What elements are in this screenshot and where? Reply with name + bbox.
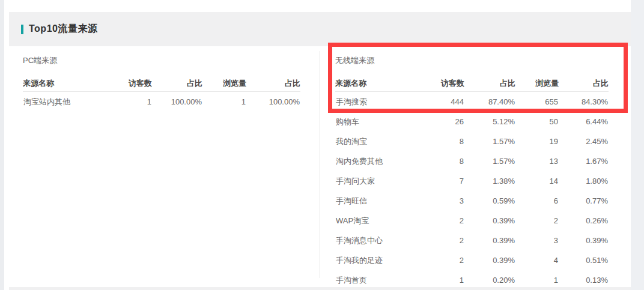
pc-panel-label: PC端来源 xyxy=(23,55,300,66)
column-header-views: 浏览量 xyxy=(202,66,246,92)
view-share: 1.80% xyxy=(559,171,609,191)
wireless-panel-label: 无线端来源 xyxy=(335,55,609,66)
visitor-share: 5.12% xyxy=(464,112,515,131)
source-name: 手淘消息中心 xyxy=(335,231,431,250)
source-name: 我的淘宝 xyxy=(335,131,431,151)
view-count: 1 xyxy=(202,92,246,112)
table-row: 淘宝站内其他 1 100.00% 1 100.00% xyxy=(23,92,300,112)
column-header-view-share: 占比 xyxy=(246,66,300,92)
visitor-share: 1.57% xyxy=(464,151,515,171)
column-header-view-share: 占比 xyxy=(559,66,609,92)
column-header-views: 浏览量 xyxy=(515,66,559,92)
source-name: 手淘我的足迹 xyxy=(335,250,431,270)
column-header-visitor-share: 占比 xyxy=(152,66,202,92)
visitor-count: 8 xyxy=(431,151,464,171)
pc-table-body: 淘宝站内其他 1 100.00% 1 100.00% xyxy=(23,92,300,112)
pc-sources-panel: PC端来源 来源名称 访客数 占比 浏览量 占比 淘宝站内其他 1 100.00… xyxy=(23,46,300,112)
visitor-share: 0.39% xyxy=(464,250,515,270)
visitor-count: 2 xyxy=(431,211,464,231)
panel-divider xyxy=(320,51,320,278)
view-share: 100.00% xyxy=(246,92,300,112)
view-share: 2.45% xyxy=(559,131,609,151)
visitor-count: 444 xyxy=(431,92,464,112)
section-accent-bar xyxy=(21,25,23,34)
wireless-sources-table: 来源名称 访客数 占比 浏览量 占比 手淘搜索 444 87.40% 655 8… xyxy=(335,66,609,290)
page-edge-strip xyxy=(0,0,4,290)
view-count: 4 xyxy=(515,250,559,270)
view-count: 6 xyxy=(515,191,559,211)
view-count: 13 xyxy=(515,151,559,171)
view-share: 6.44% xyxy=(559,112,609,131)
view-count: 2 xyxy=(515,211,559,231)
visitor-share: 0.59% xyxy=(464,191,515,211)
view-count: 19 xyxy=(515,131,559,151)
visitor-share: 0.39% xyxy=(464,231,515,250)
wireless-table-header-row: 来源名称 访客数 占比 浏览量 占比 xyxy=(335,66,609,92)
source-name: 手淘问大家 xyxy=(335,171,431,191)
visitor-count: 2 xyxy=(431,250,464,270)
view-count: 14 xyxy=(515,171,559,191)
source-name: WAP淘宝 xyxy=(335,211,431,231)
table-row: 手淘问大家 7 1.38% 14 1.80% xyxy=(335,171,609,191)
visitor-share: 1.57% xyxy=(464,131,515,151)
wireless-sources-panel: 无线端来源 来源名称 访客数 占比 浏览量 占比 手淘搜索 444 87.40%… xyxy=(335,46,609,290)
section-header: Top10流量来源 xyxy=(9,12,631,46)
table-row: 淘内免费其他 8 1.57% 13 1.67% xyxy=(335,151,609,171)
view-share: 1.67% xyxy=(559,151,609,171)
source-name: 手淘旺信 xyxy=(335,191,431,211)
column-header-visitor-share: 占比 xyxy=(464,66,515,92)
table-row: 手淘旺信 3 0.59% 6 0.77% xyxy=(335,191,609,211)
column-header-source-name: 来源名称 xyxy=(23,66,119,92)
section-title: Top10流量来源 xyxy=(29,23,97,35)
table-row: WAP淘宝 2 0.39% 2 0.26% xyxy=(335,211,609,231)
visitor-share: 0.39% xyxy=(464,211,515,231)
view-count: 655 xyxy=(515,92,559,112)
view-share: 0.77% xyxy=(559,191,609,211)
visitor-share: 1.38% xyxy=(464,171,515,191)
source-name: 手淘搜索 xyxy=(335,92,431,112)
pc-table-header-row: 来源名称 访客数 占比 浏览量 占比 xyxy=(23,66,300,92)
visitor-count: 7 xyxy=(431,171,464,191)
visitor-count: 8 xyxy=(431,131,464,151)
source-name: 淘宝站内其他 xyxy=(23,92,119,112)
table-row: 手淘我的足迹 2 0.39% 4 0.51% xyxy=(335,250,609,270)
table-row: 我的淘宝 8 1.57% 19 2.45% xyxy=(335,131,609,151)
visitor-count: 3 xyxy=(431,191,464,211)
column-header-visitors: 访客数 xyxy=(431,66,464,92)
source-name: 淘内免费其他 xyxy=(335,151,431,171)
view-share: 0.39% xyxy=(559,231,609,250)
page-background-right xyxy=(631,0,644,290)
page-background-bottom xyxy=(9,287,631,290)
visitor-share: 100.00% xyxy=(152,92,202,112)
source-name: 购物车 xyxy=(335,112,431,131)
wireless-table-body: 手淘搜索 444 87.40% 655 84.30% 购物车 26 5.12% … xyxy=(335,92,609,290)
column-header-source-name: 来源名称 xyxy=(335,66,431,92)
traffic-sources-card: PC端来源 来源名称 访客数 占比 浏览量 占比 淘宝站内其他 1 100.00… xyxy=(9,46,631,287)
pc-sources-table: 来源名称 访客数 占比 浏览量 占比 淘宝站内其他 1 100.00% 1 10… xyxy=(23,66,300,112)
visitor-share: 87.40% xyxy=(464,92,515,112)
visitor-count: 1 xyxy=(119,92,152,112)
visitor-count: 26 xyxy=(431,112,464,131)
view-count: 3 xyxy=(515,231,559,250)
table-row: 购物车 26 5.12% 50 6.44% xyxy=(335,112,609,131)
column-header-visitors: 访客数 xyxy=(119,66,152,92)
view-share: 84.30% xyxy=(559,92,609,112)
visitor-count: 2 xyxy=(431,231,464,250)
table-row: 手淘搜索 444 87.40% 655 84.30% xyxy=(335,92,609,112)
table-row: 手淘消息中心 2 0.39% 3 0.39% xyxy=(335,231,609,250)
view-share: 0.51% xyxy=(559,250,609,270)
view-share: 0.26% xyxy=(559,211,609,231)
view-count: 50 xyxy=(515,112,559,131)
